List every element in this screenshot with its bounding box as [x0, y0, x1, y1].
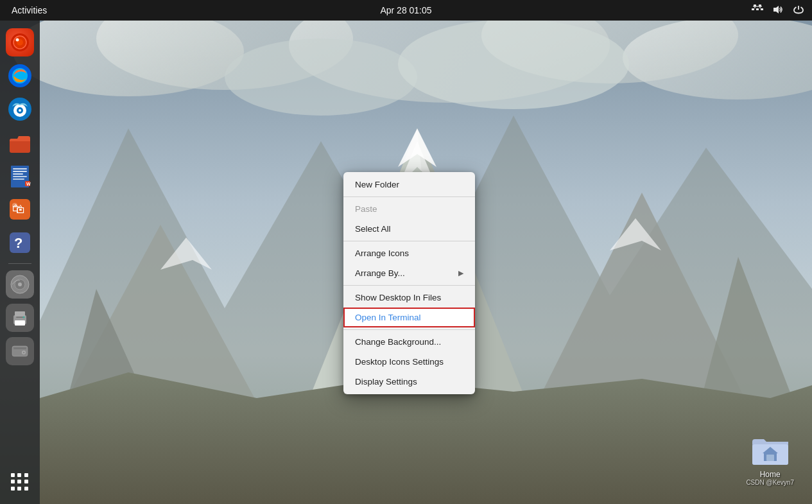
- sidebar-icon-writer[interactable]: W: [6, 162, 34, 190]
- menu-separator: [343, 241, 475, 241]
- apps-grid-dot: [24, 487, 28, 491]
- topbar-system-tray: [752, 4, 812, 17]
- svg-rect-27: [761, 8, 763, 10]
- menu-item-desktop-icons-settings[interactable]: Desktop Icons Settings: [343, 352, 475, 372]
- show-applications-button[interactable]: [6, 468, 34, 496]
- home-icon-sublabel: CSDN @Kevyn7: [746, 479, 794, 486]
- arrange-by-label: Arrange By...: [355, 268, 405, 278]
- svg-rect-26: [756, 8, 759, 10]
- submenu-arrow-icon: ▶: [458, 269, 463, 277]
- menu-item-arrange-icons[interactable]: Arrange Icons: [343, 243, 475, 263]
- sidebar-icon-optical-drive[interactable]: [6, 270, 34, 299]
- sidebar-icon-help[interactable]: ?: [6, 229, 34, 257]
- svg-rect-48: [13, 176, 27, 177]
- home-folder-graphic: [750, 428, 791, 469]
- sidebar-icon-thunderbird[interactable]: [6, 95, 34, 123]
- svg-rect-63: [16, 317, 24, 318]
- svg-rect-72: [766, 455, 774, 461]
- context-menu: New Folder Paste Select All Arrange Icon…: [343, 172, 475, 394]
- svg-rect-45: [13, 168, 27, 169]
- power-icon[interactable]: [793, 4, 804, 17]
- topbar: Activities Apr 28 01:05: [0, 0, 812, 21]
- menu-item-select-all[interactable]: Select All: [343, 219, 475, 239]
- home-icon-label: Home: [760, 470, 781, 479]
- svg-point-59: [18, 282, 22, 286]
- menu-item-new-folder[interactable]: New Folder: [343, 175, 475, 195]
- apps-grid-dot: [17, 473, 21, 477]
- menu-item-arrange-by[interactable]: Arrange By... ▶: [343, 263, 475, 283]
- svg-text:?: ?: [14, 235, 22, 251]
- menu-separator: [343, 329, 475, 330]
- svg-point-35: [16, 39, 19, 42]
- sidebar-icon-files[interactable]: [6, 128, 34, 157]
- menu-separator: [343, 196, 475, 197]
- svg-rect-49: [13, 178, 24, 180]
- network-icon[interactable]: [752, 4, 763, 17]
- apps-grid-dot: [11, 487, 15, 491]
- topbar-left: Activities: [0, 4, 52, 16]
- apps-grid-dot: [17, 480, 21, 483]
- menu-item-show-desktop-in-files[interactable]: Show Desktop In Files: [343, 288, 475, 308]
- activities-button[interactable]: Activities: [6, 5, 52, 15]
- apps-grid-dot: [11, 480, 15, 483]
- svg-marker-31: [773, 6, 779, 13]
- svg-rect-66: [13, 347, 26, 349]
- home-desktop-icon[interactable]: Home CSDN @Kevyn7: [746, 428, 794, 486]
- sidebar-icon-appstore[interactable]: 🛍: [6, 195, 34, 223]
- menu-item-open-in-terminal[interactable]: Open In Terminal: [343, 308, 475, 327]
- apps-grid-dot: [17, 487, 21, 491]
- apps-grid-dot: [24, 480, 28, 483]
- volume-icon[interactable]: [772, 4, 784, 17]
- svg-text:W: W: [26, 182, 31, 186]
- svg-point-64: [23, 317, 25, 318]
- menu-separator: [343, 285, 475, 286]
- svg-point-7: [398, 19, 629, 109]
- svg-rect-25: [752, 8, 754, 10]
- svg-rect-61: [15, 311, 25, 317]
- svg-point-54: [12, 203, 17, 208]
- apps-grid-dot: [24, 473, 28, 477]
- svg-point-68: [23, 352, 25, 354]
- svg-rect-47: [13, 173, 23, 175]
- apps-grid-dot: [11, 473, 15, 477]
- sidebar-divider-1: [8, 263, 31, 264]
- svg-rect-62: [15, 320, 25, 326]
- sidebar-icon-drive[interactable]: [6, 337, 34, 365]
- svg-point-41: [19, 109, 21, 112]
- sidebar-icon-firefox[interactable]: [6, 62, 34, 90]
- menu-item-display-settings[interactable]: Display Settings: [343, 372, 475, 392]
- sidebar-icon-printer[interactable]: [6, 304, 34, 332]
- svg-point-6: [225, 39, 417, 116]
- sidebar-icon-ubuntu-installer[interactable]: [6, 28, 34, 56]
- svg-rect-46: [13, 171, 27, 172]
- menu-item-paste[interactable]: Paste: [343, 199, 475, 219]
- menu-item-change-background[interactable]: Change Background...: [343, 332, 475, 352]
- topbar-datetime[interactable]: Apr 28 01:05: [380, 5, 431, 15]
- sidebar: W 🛍 ?: [0, 21, 40, 504]
